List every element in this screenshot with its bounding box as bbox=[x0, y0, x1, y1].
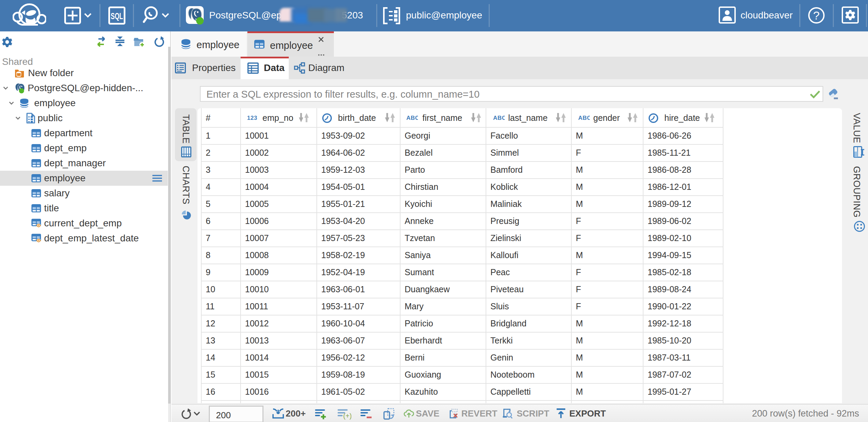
svg-text:ABC: ABC bbox=[406, 115, 418, 121]
svg-text:?: ? bbox=[813, 9, 820, 22]
svg-text:SQL: SQL bbox=[111, 11, 123, 21]
svg-text:ABC: ABC bbox=[493, 115, 505, 121]
svg-text:(+): (+) bbox=[343, 412, 351, 420]
svg-text:123: 123 bbox=[247, 115, 257, 121]
svg-text:ABC: ABC bbox=[578, 115, 590, 121]
